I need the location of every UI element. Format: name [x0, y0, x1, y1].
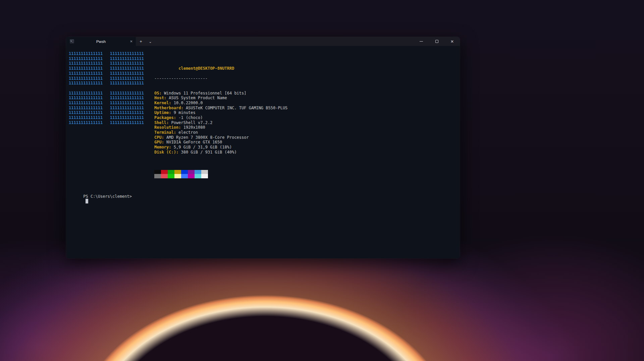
- tab-title: Pwsh: [66, 40, 136, 44]
- fetch-entry-label: Host:: [154, 96, 166, 100]
- maximize-icon: [435, 40, 438, 43]
- fetch-entry-value: -1 (choco): [176, 115, 203, 120]
- fetch-entry: Terminal: electron: [154, 130, 287, 135]
- fetch-entry-label: Packages:: [154, 115, 176, 120]
- fetch-entry-label: Uptime:: [154, 110, 171, 115]
- fetch-entry-value: PowerShell v7.2.2: [169, 120, 212, 125]
- palette-swatch: [181, 174, 188, 178]
- terminal-window: >_ Pwsh ✕ + ⌄ ✕ 11111111111111 111111111…: [66, 37, 460, 258]
- new-tab-button[interactable]: +: [137, 38, 145, 45]
- fetch-entry-label: Motherboard:: [154, 106, 183, 110]
- palette-swatch: [195, 174, 201, 178]
- palette-swatch: [188, 174, 195, 178]
- fetch-entry-label: Memory:: [154, 145, 171, 149]
- palette-swatch: [195, 170, 201, 174]
- desktop-wallpaper: { "window": { "title_bar": { "tab_title"…: [0, 0, 644, 361]
- fetch-entry-label: Terminal:: [154, 130, 176, 135]
- palette-swatch: [181, 170, 188, 174]
- fetch-user-host: clement@DESKTOP-8NUTRRD: [154, 61, 287, 66]
- fetch-entry: Kernel: 10.0.22000.0: [154, 101, 287, 106]
- fetch-entry-value: 380 GiB / 931 GiB (40%): [178, 150, 236, 155]
- fetch-entry: Motherboard: ASUSTeK COMPUTER INC. TUF G…: [154, 106, 287, 111]
- palette-swatch: [174, 170, 181, 174]
- fetch-info: clement@DESKTOP-8NUTRRD ----------------…: [154, 51, 287, 165]
- fetch-entry: Shell: PowerShell v7.2.2: [154, 120, 287, 125]
- close-button[interactable]: ✕: [444, 37, 460, 46]
- minimize-button[interactable]: [414, 37, 429, 46]
- fetch-entry-value: 9 minutes: [171, 110, 196, 115]
- fetch-entry: Resolution: 1920x1080: [154, 125, 287, 130]
- fetch-entry: CPU: AMD Ryzen 7 3800X 8-Core Processor: [154, 135, 287, 140]
- minimize-icon: [420, 41, 423, 42]
- fetch-entry-value: ASUSTeK COMPUTER INC. TUF GAMING B550-PL…: [183, 106, 288, 110]
- prompt-text: PS C:\Users\clement>: [83, 194, 132, 199]
- fetch-entry-value: 10.0.22000.0: [171, 101, 203, 105]
- fetch-entry: GPU: NVIDIA GeForce GTX 1650: [154, 140, 287, 145]
- tab-dropdown-button[interactable]: ⌄: [146, 38, 155, 45]
- fetch-entry-value: ASUS System Product Name: [166, 96, 227, 100]
- tab-pwsh[interactable]: >_ Pwsh ✕: [66, 37, 136, 46]
- fetch-entry: Uptime: 9 minutes: [154, 110, 287, 115]
- terminal-screen[interactable]: 11111111111111 11111111111111 1111111111…: [66, 46, 460, 258]
- fetch-entry: OS: Windows 11 Professionnel [64 bits]: [154, 91, 287, 96]
- fetch-entry-value: electron: [176, 130, 198, 135]
- user-host-text: clement@DESKTOP-8NUTRRD: [178, 66, 234, 71]
- fetch-entry-label: Resolution:: [154, 125, 181, 130]
- fetch-entries: OS: Windows 11 Professionnel [64 bits]Ho…: [154, 91, 287, 155]
- color-palette: [154, 170, 457, 178]
- palette-swatch: [201, 174, 208, 178]
- fetch-entry-label: Kernel:: [154, 101, 171, 105]
- fetch-entry-value: 5,9 GiB / 31,9 GiB (18%): [171, 145, 232, 149]
- fetch-entry-label: Shell:: [154, 120, 169, 125]
- fetch-entry-value: NVIDIA GeForce GTX 1650: [164, 140, 222, 144]
- palette-swatch: [188, 170, 195, 174]
- fetch-entry: Disk (C:): 380 GiB / 931 GiB (40%): [154, 150, 287, 155]
- fetch-entry-label: CPU:: [154, 135, 164, 140]
- winfetch-output: 11111111111111 11111111111111 1111111111…: [69, 51, 457, 165]
- palette-swatch: [174, 174, 181, 178]
- terminal-cursor: [86, 199, 88, 203]
- fetch-entry-value: 1920x1080: [181, 125, 205, 130]
- fetch-entry-label: GPU:: [154, 140, 164, 144]
- window-controls: ✕: [414, 37, 460, 46]
- fetch-entry: Packages: -1 (choco): [154, 115, 287, 120]
- palette-swatch: [201, 170, 208, 174]
- palette-swatch: [168, 174, 174, 178]
- maximize-button[interactable]: [429, 37, 444, 46]
- fetch-entry-label: Disk (C:):: [154, 150, 178, 155]
- close-icon: ✕: [450, 40, 454, 44]
- tab-close-icon[interactable]: ✕: [128, 39, 134, 44]
- palette-row: [154, 174, 457, 178]
- palette-swatch: [161, 174, 168, 178]
- palette-swatch: [161, 170, 168, 174]
- fetch-entry: Memory: 5,9 GiB / 31,9 GiB (18%): [154, 145, 287, 150]
- prompt-line: PS C:\Users\clement>: [69, 189, 457, 209]
- fetch-separator: ----------------------: [154, 76, 287, 81]
- ascii-logo: 11111111111111 11111111111111 1111111111…: [69, 51, 144, 165]
- palette-row: [154, 170, 457, 174]
- palette-swatch: [154, 174, 161, 178]
- palette-swatch: [154, 170, 161, 174]
- palette-swatch: [168, 170, 174, 174]
- fetch-entry-value: Windows 11 Professionnel [64 bits]: [162, 91, 247, 96]
- fetch-entry-label: OS:: [154, 91, 162, 96]
- fetch-entry: Host: ASUS System Product Name: [154, 96, 287, 101]
- window-title-bar[interactable]: >_ Pwsh ✕ + ⌄ ✕: [66, 37, 460, 46]
- fetch-entry-value: AMD Ryzen 7 3800X 8-Core Processor: [164, 135, 249, 140]
